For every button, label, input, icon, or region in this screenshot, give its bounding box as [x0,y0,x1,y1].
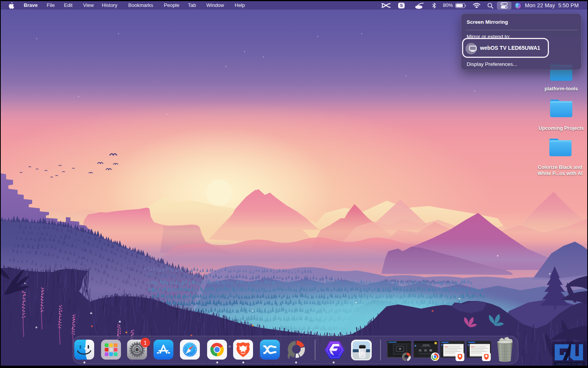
svg-text:GADGETS TO USE: GADGETS TO USE [556,363,583,365]
